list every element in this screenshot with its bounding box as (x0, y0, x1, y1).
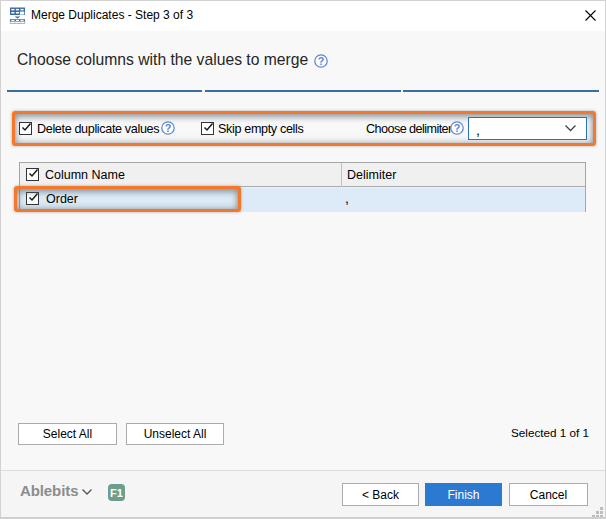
svg-text:?: ? (318, 55, 325, 67)
svg-text:?: ? (165, 122, 172, 134)
svg-text:?: ? (454, 122, 461, 134)
